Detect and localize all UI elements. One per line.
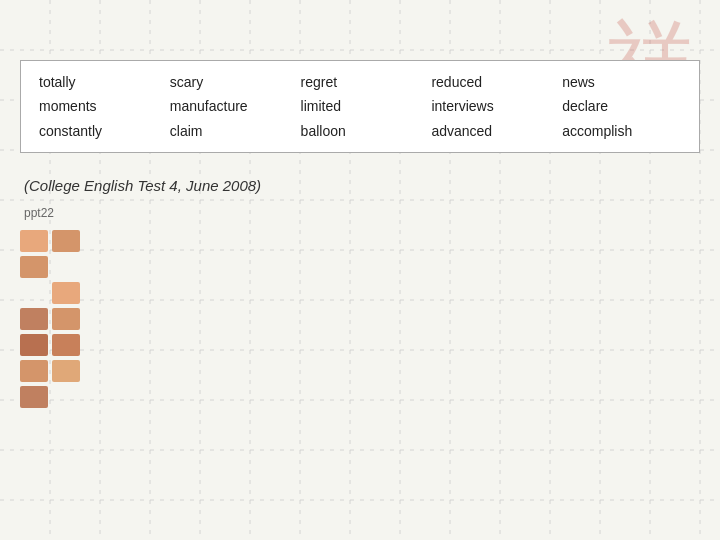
squares-row-5 bbox=[20, 360, 700, 382]
square-0-0 bbox=[20, 230, 48, 252]
word-limited: limited bbox=[301, 95, 416, 117]
word-manufacture: manufacture bbox=[170, 95, 285, 117]
word-totally: totally bbox=[39, 71, 154, 93]
word-reduced: reduced bbox=[431, 71, 546, 93]
word-regret: regret bbox=[301, 71, 416, 93]
word-declare: declare bbox=[562, 95, 677, 117]
squares-row-0 bbox=[20, 230, 700, 252]
word-advanced: advanced bbox=[431, 120, 546, 142]
word-accomplish: accomplish bbox=[562, 120, 677, 142]
word-table: totally moments constantly scary manufac… bbox=[20, 60, 700, 153]
square-4-0 bbox=[20, 334, 48, 356]
squares-row-3 bbox=[20, 308, 700, 330]
square-5-0 bbox=[20, 360, 48, 382]
word-news: news bbox=[562, 71, 677, 93]
subtitle-text: (College English Test 4, June 2008) bbox=[20, 177, 700, 194]
squares-grid bbox=[20, 230, 700, 408]
word-moments: moments bbox=[39, 95, 154, 117]
square-5-1 bbox=[52, 360, 80, 382]
word-constantly: constantly bbox=[39, 120, 154, 142]
word-scary: scary bbox=[170, 71, 285, 93]
squares-row-2 bbox=[20, 282, 700, 304]
word-col-2: scary manufacture claim bbox=[162, 71, 293, 142]
word-col-4: reduced interviews advanced bbox=[423, 71, 554, 142]
word-claim: claim bbox=[170, 120, 285, 142]
square-6-0 bbox=[20, 386, 48, 408]
squares-row-6 bbox=[20, 386, 700, 408]
squares-row-1 bbox=[20, 256, 700, 278]
word-col-1: totally moments constantly bbox=[35, 71, 162, 142]
squares-row-4 bbox=[20, 334, 700, 356]
ppt-label: ppt22 bbox=[20, 206, 700, 220]
word-col-3: regret limited balloon bbox=[293, 71, 424, 142]
word-balloon: balloon bbox=[301, 120, 416, 142]
square-4-1 bbox=[52, 334, 80, 356]
square-3-1 bbox=[52, 308, 80, 330]
square-1-0 bbox=[20, 256, 48, 278]
square-2-0 bbox=[52, 282, 80, 304]
word-col-5: news declare accomplish bbox=[554, 71, 685, 142]
square-0-1 bbox=[52, 230, 80, 252]
word-interviews: interviews bbox=[431, 95, 546, 117]
square-3-0 bbox=[20, 308, 48, 330]
